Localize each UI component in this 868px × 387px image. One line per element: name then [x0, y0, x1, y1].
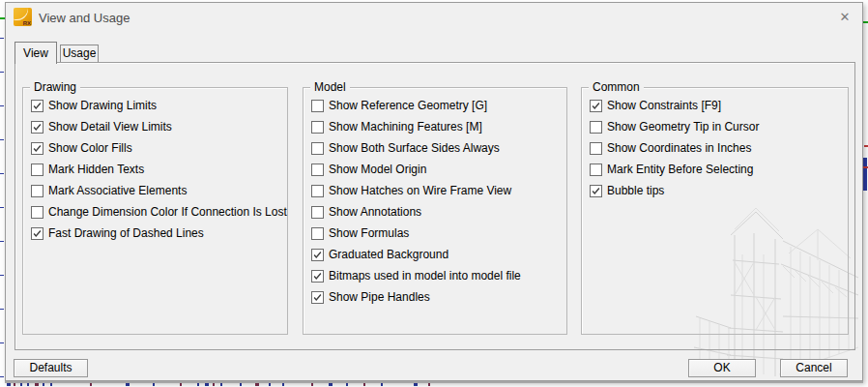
background-mark — [205, 382, 209, 386]
checkbox[interactable] — [31, 227, 43, 240]
checkbox[interactable] — [311, 270, 324, 283]
checkbox-label: Fast Drawing of Dashed Lines — [48, 226, 204, 240]
checkbox-row[interactable]: Show Hatches on Wire Frame View — [311, 180, 566, 201]
checkbox-row[interactable]: Bubble tips — [590, 180, 848, 201]
checkbox-label: Bitmaps used in model into model file — [329, 269, 521, 283]
checkbox[interactable] — [311, 100, 324, 112]
checkbox[interactable] — [31, 142, 43, 155]
checkbox-label: Mark Entity Before Selecting — [607, 163, 753, 176]
checkbox-label: Show Hatches on Wire Frame View — [329, 184, 511, 197]
checkbox[interactable] — [311, 185, 324, 197]
background-mark — [329, 382, 333, 386]
checkbox[interactable] — [590, 185, 602, 197]
background-mark — [282, 382, 284, 386]
checkbox[interactable] — [31, 206, 43, 219]
checkbox-row[interactable]: Change Dimension Color If Connection Is … — [31, 201, 287, 223]
checkbox-label: Show Detail View Limits — [48, 120, 172, 134]
background-mark — [14, 382, 15, 386]
checkbox-row[interactable]: Show Model Origin — [311, 159, 566, 180]
checkbox-row[interactable]: Show Detail View Limits — [31, 116, 287, 137]
checkbox-row[interactable]: Mark Hidden Texts — [31, 159, 287, 180]
checkbox[interactable] — [31, 164, 43, 176]
ruler-tick — [0, 275, 4, 276]
background-mark — [381, 382, 383, 386]
title-bar[interactable]: RX View and Usage ✕ — [6, 3, 862, 36]
checkbox-label: Show Pipe Handles — [329, 290, 430, 304]
checkbox[interactable] — [590, 164, 602, 176]
background-drawing-marks — [0, 381, 868, 387]
checkbox-row[interactable]: Graduated Background — [311, 244, 566, 265]
checkbox-row[interactable]: Show Formulas — [311, 223, 566, 244]
checkbox[interactable] — [31, 121, 43, 134]
background-mark — [43, 382, 44, 386]
background-mark — [346, 382, 348, 386]
group-common: Common Show Constraints [F9] Show Geomet… — [581, 87, 849, 335]
checkbox-label: Mark Hidden Texts — [48, 163, 144, 176]
checkbox[interactable] — [590, 100, 602, 112]
checkbox-label: Show Formulas — [329, 226, 409, 240]
ruler-tick — [0, 309, 4, 310]
checkbox-label: Show Color Fills — [48, 141, 132, 155]
checkbox-row[interactable]: Show Both Surface Sides Always — [311, 137, 566, 159]
ruler-tick — [0, 241, 4, 242]
checkbox-label: Show Annotations — [329, 205, 421, 219]
checkbox-row[interactable]: Show Machining Features [M] — [311, 116, 566, 137]
checkbox[interactable] — [311, 227, 324, 240]
defaults-button[interactable]: Defaults — [14, 359, 88, 377]
ruler-tick — [0, 376, 4, 377]
background-mark — [220, 382, 222, 386]
checkbox[interactable] — [590, 142, 602, 155]
checkbox-row[interactable]: Show Constraints [F9] — [590, 95, 848, 116]
checkbox-row[interactable]: Show Reference Geometry [G] — [311, 95, 566, 116]
checkbox[interactable] — [31, 100, 43, 112]
background-mark — [180, 382, 182, 386]
checkbox-label: Mark Associative Elements — [48, 184, 187, 197]
checkbox[interactable] — [311, 249, 324, 261]
checkbox[interactable] — [311, 121, 324, 134]
ok-button[interactable]: OK — [688, 359, 756, 377]
group-model: Model Show Reference Geometry [G] Show M… — [303, 87, 567, 335]
checkbox[interactable] — [590, 121, 602, 134]
checkbox-row[interactable]: Show Annotations — [311, 201, 566, 223]
background-mark — [126, 382, 130, 386]
checkbox-label: Show Model Origin — [329, 163, 426, 176]
checkbox[interactable] — [311, 142, 324, 155]
background-mark — [269, 382, 271, 386]
checkbox[interactable] — [31, 185, 43, 197]
checkbox-label: Show Both Surface Sides Always — [329, 141, 500, 155]
group-title: Drawing — [30, 80, 80, 94]
checkbox-row[interactable]: Mark Entity Before Selecting — [590, 159, 848, 180]
window-title: View and Usage — [39, 3, 130, 36]
checkbox-row[interactable]: Show Coordinates in Inches — [590, 137, 848, 159]
background-mark — [311, 382, 313, 386]
checkbox-row[interactable]: Show Drawing Limits — [31, 95, 287, 116]
checkbox-row[interactable]: Show Pipe Handles — [311, 286, 566, 308]
view-and-usage-dialog: RX View and Usage ✕ View Usage Drawing — [5, 2, 863, 381]
checkbox[interactable] — [311, 164, 324, 176]
ruler-tick — [0, 105, 4, 106]
ruler-tick — [0, 207, 4, 208]
ruler-tick — [0, 139, 4, 140]
checkbox-row[interactable]: Show Geometry Tip in Cursor — [590, 116, 848, 137]
background-mark — [50, 382, 52, 386]
checkbox[interactable] — [311, 291, 324, 304]
app-logo-icon: RX — [14, 8, 32, 26]
checkbox-row[interactable]: Show Color Fills — [31, 137, 287, 159]
checkbox-row[interactable]: Bitmaps used in model into model file — [311, 265, 566, 286]
checkbox-label: Show Coordinates in Inches — [607, 141, 751, 155]
background-mark — [363, 382, 365, 386]
background-mark — [864, 145, 868, 147]
background-mark — [20, 382, 22, 386]
tab-view[interactable]: View — [14, 42, 57, 64]
background-mark — [197, 382, 199, 386]
cancel-button[interactable]: Cancel — [780, 359, 848, 377]
close-icon[interactable]: ✕ — [829, 5, 860, 30]
background-mark — [255, 382, 259, 386]
tab-usage[interactable]: Usage — [60, 45, 99, 62]
checkbox[interactable] — [311, 206, 324, 219]
checkbox-row[interactable]: Fast Drawing of Dashed Lines — [31, 223, 287, 244]
background-mark — [35, 382, 39, 386]
ruler-tick — [0, 72, 4, 73]
background-mark — [240, 382, 242, 386]
checkbox-row[interactable]: Mark Associative Elements — [31, 180, 287, 201]
